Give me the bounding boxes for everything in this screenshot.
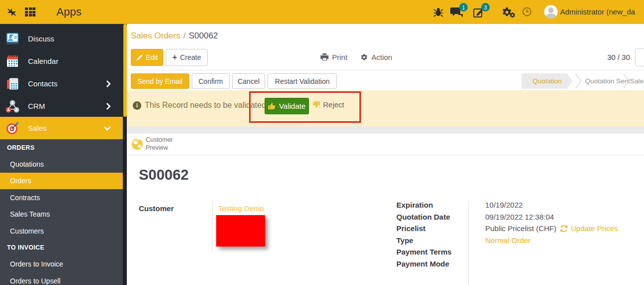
annotation-rectangle <box>249 91 361 123</box>
button-box: Customer Preview <box>127 134 644 155</box>
chevron-down-icon <box>104 126 111 131</box>
sidebar-item-customers[interactable]: Customers <box>0 223 123 240</box>
sidebar-label: CRM <box>28 102 45 110</box>
activities-count-badge: 3 <box>481 3 490 11</box>
sheet-background-band <box>127 126 644 134</box>
plus-icon: + <box>172 53 177 62</box>
action-menu[interactable]: Action <box>360 53 392 61</box>
debug-bug-icon[interactable] <box>433 7 443 17</box>
user-menu[interactable]: Administrator (new_da <box>560 7 635 16</box>
confirm-button[interactable]: Confirm <box>192 73 230 89</box>
page-title: Apps <box>56 5 81 18</box>
quotation-date-label: Quotation Date <box>396 213 475 221</box>
info-icon: i <box>133 101 141 110</box>
field-separator <box>212 201 213 252</box>
expiration-value: 10/19/2022 <box>475 201 644 209</box>
discuss-icon <box>5 32 19 46</box>
preview-label-line2: Preview <box>146 144 173 152</box>
user-avatar[interactable] <box>544 5 558 18</box>
payment-mode-value <box>475 260 644 268</box>
sidebar-item-sales[interactable]: Sales <box>0 117 123 139</box>
sidebar-label: Sales <box>28 124 47 132</box>
quotation-date-value: 09/19/2022 12:38:04 <box>475 213 644 221</box>
sidebar-item-contacts[interactable]: Contacts <box>0 72 123 95</box>
cancel-button[interactable]: Cancel <box>232 73 265 89</box>
stage-sales-order[interactable]: Sales Order <box>630 73 644 89</box>
sidebar-item-crm[interactable]: CRM <box>0 95 123 117</box>
collapse-sidebar-icon[interactable] <box>7 8 16 16</box>
record-name-heading: S00062 <box>139 167 189 183</box>
preview-label-line1: Customer <box>146 136 173 144</box>
stage-chevron-icon <box>575 73 582 89</box>
redaction-rectangle <box>216 215 265 247</box>
print-label: Print <box>332 53 347 61</box>
recent-clock-icon[interactable] <box>522 7 532 16</box>
payment-mode-label: Payment Mode <box>396 260 475 268</box>
edit-button-label: Edit <box>146 53 158 61</box>
breadcrumb: Sales Orders/S00062 <box>131 31 218 41</box>
chevron-right-icon <box>106 103 111 110</box>
top-navbar: Apps 1 3 <box>0 0 644 24</box>
sidebar-item-quotations[interactable]: Quotations <box>0 156 123 173</box>
breadcrumb-record: S00062 <box>189 31 218 40</box>
printer-icon <box>321 53 328 61</box>
app-sidebar: Discuss Calendar <box>0 24 123 285</box>
expiration-label: Expiration <box>396 201 475 209</box>
sidebar-label: Contacts <box>28 79 57 88</box>
customer-link[interactable]: Testing Demo <box>218 204 264 213</box>
stage-quotation[interactable]: Quotation <box>522 73 573 89</box>
stage-chevron-icon <box>623 73 630 89</box>
sidebar-label: Calendar <box>28 57 58 65</box>
sidebar-item-calendar[interactable]: Calendar <box>0 50 123 72</box>
sidebar-item-contracts[interactable]: Contracts <box>0 189 123 206</box>
pricelist-value-row: Public Pricelist (CHF) Update Prices <box>475 224 644 233</box>
refresh-icon[interactable] <box>560 225 568 232</box>
sidebar-item-orders[interactable]: Orders <box>0 173 123 190</box>
pricelist-label: Pricelist <box>396 224 475 233</box>
breadcrumb-sales-orders[interactable]: Sales Orders <box>131 31 180 40</box>
toolbar-divider <box>127 70 644 70</box>
app-window: Apps 1 3 <box>0 0 644 285</box>
sales-submenu: ORDERS Quotations Orders Contracts Sales… <box>0 139 123 285</box>
field-group-right: Expiration 10/19/2022 Quotation Date 09/… <box>396 201 644 268</box>
customer-preview-button[interactable]: Customer Preview <box>127 134 207 155</box>
sidebar-item-sales-teams[interactable]: Sales Teams <box>0 206 123 223</box>
messages-count-badge: 1 <box>459 3 468 11</box>
calendar-icon <box>5 54 19 68</box>
chevron-right-icon <box>106 80 111 87</box>
type-label: Type <box>396 236 475 245</box>
sidebar-label: Discuss <box>28 34 54 43</box>
apps-grid-icon[interactable] <box>25 7 37 17</box>
sidebar-scrollbar-thumb[interactable] <box>123 24 127 117</box>
action-label: Action <box>371 53 392 61</box>
print-menu[interactable]: Print <box>321 53 347 61</box>
menu-section-header: ORDERS <box>0 139 123 156</box>
payment-terms-label: Payment Terms <box>396 248 475 256</box>
restart-validation-button[interactable]: Restart Validation <box>268 73 337 89</box>
gear-icon <box>360 53 368 61</box>
sidebar-item-discuss[interactable]: Discuss <box>0 27 123 50</box>
crm-icon <box>5 99 19 113</box>
validation-banner: i This Record needs to be validated. Val… <box>127 90 644 126</box>
create-button[interactable]: + Create <box>166 49 208 66</box>
breadcrumb-separator: / <box>183 31 186 40</box>
create-button-label: Create <box>180 53 201 61</box>
contacts-icon <box>5 77 19 91</box>
send-by-email-button[interactable]: Send by Email <box>131 73 189 89</box>
payment-terms-value <box>475 248 644 256</box>
sidebar-item-orders-to-upsell[interactable]: Orders to Upsell <box>0 273 123 285</box>
update-prices-link[interactable]: Update Prices <box>571 224 618 233</box>
pencil-icon <box>136 54 143 61</box>
customer-field-label: Customer <box>139 204 174 213</box>
menu-section-header: TO INVOICE <box>0 240 123 256</box>
type-value-link[interactable]: Normal Order <box>475 236 644 245</box>
settings-gears-icon[interactable] <box>502 7 515 18</box>
sidebar-item-orders-to-invoice[interactable]: Orders to Invoice <box>0 256 123 273</box>
edit-button[interactable]: Edit <box>131 49 163 66</box>
pricelist-value: Public Pricelist (CHF) <box>485 224 557 233</box>
sales-icon <box>5 121 19 135</box>
pager-count: 30 / 30 <box>593 53 630 61</box>
globe-icon <box>132 139 143 150</box>
pager-prev-button[interactable] <box>635 48 644 66</box>
